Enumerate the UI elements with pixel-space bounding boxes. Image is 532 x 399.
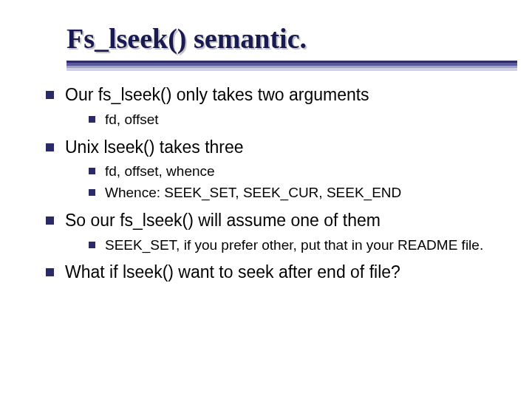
title-underline [66,61,517,71]
list-item-text: Whence: SEEK_SET, SEEK_CUR, SEEK_END [105,185,401,200]
sub-list: fd, offset [65,111,502,129]
list-item: SEEK_SET, if you prefer other, put that … [87,236,502,255]
list-item: So our fs_lseek() will assume one of the… [43,210,502,255]
list-item: fd, offset, whence [87,163,502,181]
list-item: Whence: SEEK_SET, SEEK_CUR, SEEK_END [87,184,502,202]
list-item-text: So our fs_lseek() will assume one of the… [65,211,381,230]
list-item: fd, offset [87,111,502,129]
list-item-text: Unix lseek() takes three [65,137,244,157]
list-item-text: SEEK_SET, if you prefer other, put that … [105,237,483,253]
slide-title: Fs_lseek() semantic. [66,22,502,55]
sub-list: SEEK_SET, if you prefer other, put that … [65,236,502,255]
list-item-text: What if lseek() want to seek after end o… [65,262,400,282]
list-item-text: fd, offset, whence [105,163,215,179]
list-item-text: Our fs_lseek() only takes two arguments [65,85,369,104]
list-item: What if lseek() want to seek after end o… [43,262,502,284]
bullet-list: Our fs_lseek() only takes two arguments … [30,84,502,284]
list-item: Our fs_lseek() only takes two arguments … [43,84,502,129]
sub-list: fd, offset, whence Whence: SEEK_SET, SEE… [65,163,502,202]
list-item-text: fd, offset [105,112,159,127]
slide: Fs_lseek() semantic. Our fs_lseek() only… [0,0,532,399]
list-item: Unix lseek() takes three fd, offset, whe… [43,137,502,202]
